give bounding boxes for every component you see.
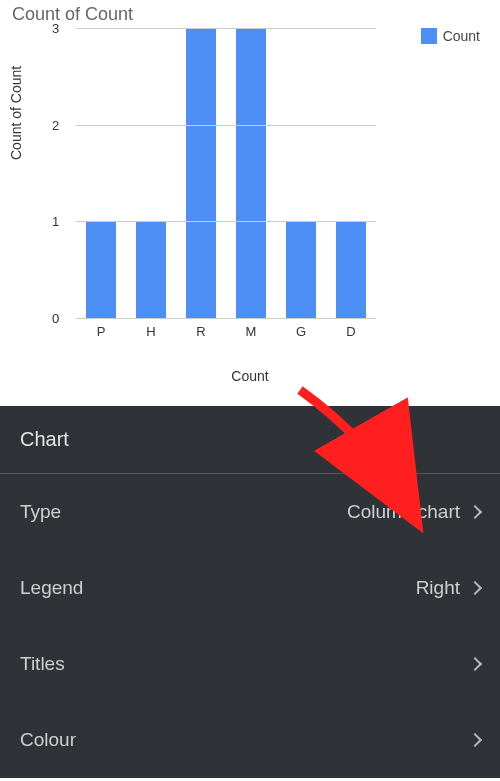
chart-legend: Count bbox=[421, 28, 480, 44]
chart-bar bbox=[236, 28, 266, 318]
row-legend-label: Legend bbox=[20, 577, 83, 599]
grid-line bbox=[76, 318, 376, 319]
x-tick-label: H bbox=[146, 324, 155, 339]
chart-bar bbox=[136, 221, 166, 318]
chart-area: Count of Count Count Count of Count 0123… bbox=[0, 0, 500, 406]
row-type-value: Column chart bbox=[347, 501, 460, 523]
chart-bar bbox=[186, 28, 216, 318]
row-titles[interactable]: Titles bbox=[0, 626, 500, 702]
legend-label: Count bbox=[443, 28, 480, 44]
x-ticks: PHRMGD bbox=[76, 324, 376, 344]
x-tick-label: M bbox=[246, 324, 257, 339]
chevron-right-icon bbox=[468, 657, 482, 671]
panel-header: Chart bbox=[0, 406, 500, 474]
x-tick-label: R bbox=[196, 324, 205, 339]
row-legend[interactable]: Legend Right bbox=[0, 550, 500, 626]
chevron-right-icon bbox=[468, 505, 482, 519]
chart-bars bbox=[76, 28, 376, 318]
grid-line bbox=[76, 28, 376, 29]
y-tick-label: 0 bbox=[52, 311, 59, 326]
chart-settings-panel: Chart Type Column chart Legend Right Tit… bbox=[0, 406, 500, 778]
row-legend-value: Right bbox=[416, 577, 460, 599]
row-type[interactable]: Type Column chart bbox=[0, 474, 500, 550]
row-titles-label: Titles bbox=[20, 653, 65, 675]
chart-bar bbox=[286, 221, 316, 318]
x-tick-label: G bbox=[296, 324, 306, 339]
row-type-label: Type bbox=[20, 501, 61, 523]
grid-line bbox=[76, 221, 376, 222]
x-axis-label: Count bbox=[0, 368, 500, 384]
row-colour-label: Colour bbox=[20, 729, 76, 751]
y-tick-label: 2 bbox=[52, 117, 59, 132]
chart-bar bbox=[336, 221, 366, 318]
chevron-right-icon bbox=[468, 581, 482, 595]
chevron-right-icon bbox=[468, 733, 482, 747]
chart-bar bbox=[86, 221, 116, 318]
y-tick-label: 1 bbox=[52, 214, 59, 229]
x-tick-label: D bbox=[346, 324, 355, 339]
legend-swatch bbox=[421, 28, 437, 44]
row-colour[interactable]: Colour bbox=[0, 702, 500, 778]
y-tick-label: 3 bbox=[52, 21, 59, 36]
chart-title: Count of Count bbox=[12, 4, 133, 25]
grid-line bbox=[76, 125, 376, 126]
chart-plot: 0123 bbox=[76, 28, 376, 318]
x-tick-label: P bbox=[97, 324, 106, 339]
y-axis-label: Count of Count bbox=[8, 66, 24, 160]
